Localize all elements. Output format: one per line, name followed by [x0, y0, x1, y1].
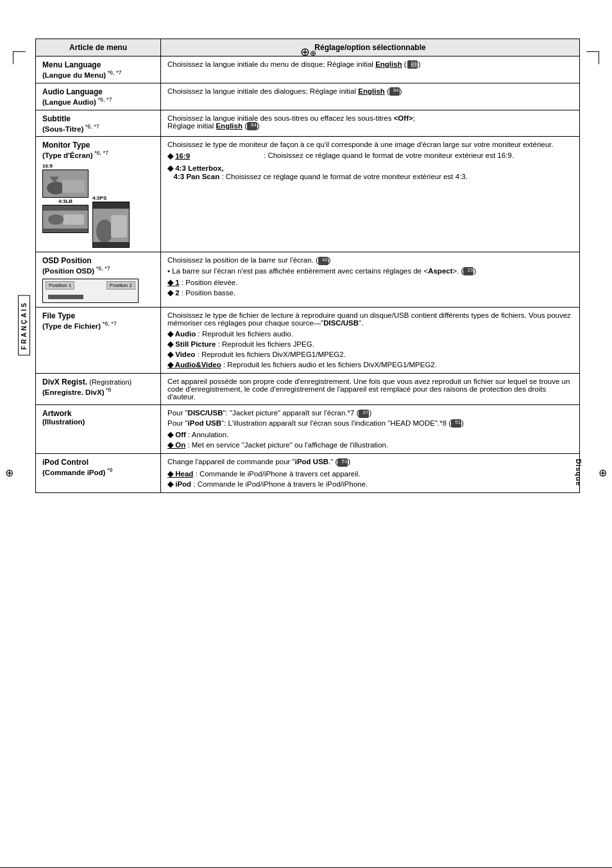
page-ref-icon: 64 [247, 122, 257, 130]
table-row: Menu Language (Langue du Menu) *6, *7 Ch… [36, 56, 580, 83]
option-key-head: ◆ Head [167, 470, 193, 478]
menu-item-cell: Monitor Type (Type d'Écran) *6, *7 16:9 [36, 137, 161, 252]
footnote: *6, *7 [83, 123, 99, 130]
footnote: *9 [105, 467, 112, 473]
svg-rect-7 [64, 214, 84, 225]
option-list: ◆ Off : Annulation. ◆ On : Met en servic… [167, 430, 573, 449]
reg-mark-top: ⊕ [300, 45, 312, 56]
menu-item-cell: Subtitle (Sous-Titre) *6, *7 [36, 110, 161, 137]
option-row: ◆ Head : Commande le iPod/iPhone à trave… [167, 469, 573, 478]
option-key-on: ◆ On [167, 441, 185, 449]
option-val: : Choisissez ce réglage quand le format … [264, 152, 573, 161]
page-ref-icon: 42 [318, 257, 328, 265]
francais-sidebar: FRANÇAIS [18, 295, 30, 356]
page-ref-icon: 37 [359, 410, 369, 418]
col-header-menu: Article de menu [36, 39, 161, 56]
monitor-16-9-img [42, 169, 89, 198]
option-val: : Annulation. [188, 431, 228, 438]
source-ref2: iPod USB [188, 419, 221, 427]
corner-mark-tr [586, 51, 599, 64]
svg-rect-12 [93, 242, 130, 248]
option-intro: Choisissez le type de fichier de lecture… [167, 311, 573, 327]
option-key: ◆ Audio&Video [167, 361, 221, 369]
option-row: ◆ 1 : Position élevée. [167, 278, 573, 287]
table-row: Audio Language (Langue Audio) *6, *7 Cho… [36, 83, 580, 110]
menu-subtitle: (Commande iPod) [42, 469, 105, 476]
option-key: ◆ 4:3 Letterbox, 4:3 Pan Scan [167, 164, 224, 180]
menu-subtitle: (Langue du Menu) [42, 71, 106, 79]
option-row: ◆ Audio&Video : Reproduit les fichiers a… [167, 360, 573, 369]
menu-title: iPod Control [42, 458, 89, 467]
option-val: : Position basse. [182, 289, 235, 297]
footnote: *6, *7 [101, 320, 117, 327]
option-row: ◆ iPod : Commande le iPod/iPhone à trave… [167, 480, 573, 489]
menu-title: Subtitle [42, 114, 71, 123]
footnote: *6 [105, 386, 112, 393]
option-intro2: Pour "iPod USB": L'illustration apparaît… [167, 419, 573, 428]
option-list: ◆ Audio : Reproduit les fichiers audio. … [167, 329, 573, 369]
monitor-43ps-box: 4:3PS [92, 163, 130, 248]
menu-subtitle: (Illustration) [42, 418, 85, 426]
option-intro: Pour "DISC/USB": "Jacket picture" appara… [167, 409, 573, 417]
option-val: : Commande le iPod/iPhone à travers le i… [193, 480, 368, 488]
monitor-43lb-img [42, 205, 89, 233]
svg-point-6 [48, 214, 64, 225]
pos2-label: Position 2 [106, 281, 135, 290]
osd-bar [48, 295, 83, 299]
menu-item-cell: File Type (Type de Fichier) *6, *7 [36, 308, 161, 374]
option-val: : Position élevée. [182, 279, 238, 286]
source-ref: iPod USB [295, 458, 328, 465]
table-row: OSD Position (Position OSD) *6, *7 Posit… [36, 252, 580, 308]
aspect-ref: Aspect [428, 267, 452, 275]
monitor-43lb-label: 4:3LB [42, 198, 89, 204]
menu-subtitle: (Type de Fichier) [42, 322, 101, 330]
option-cell: Choisissez la langue initiale du menu de… [161, 56, 580, 83]
monitor-16-9-svg [43, 170, 89, 198]
disque-label: Disque [575, 459, 583, 487]
menu-title: Monitor Type [42, 141, 90, 150]
option-val: : Reproduit les fichiers JPEG. [218, 340, 314, 348]
option-key: ◆ Still Picture [167, 340, 216, 348]
menu-subtitle: (Position OSD) [42, 267, 94, 275]
monitor-type-images: 16:9 4:3LB [42, 163, 154, 248]
page-ref-icon: 51 [451, 419, 461, 428]
option-cell: Choisissez la langue initiale des sous-t… [161, 110, 580, 137]
option-cell: Choisissez le type de moniteur de façon … [161, 137, 580, 252]
table-row: Monitor Type (Type d'Écran) *6, *7 16:9 [36, 137, 580, 252]
option-cell: Pour "DISC/USB": "Jacket picture" appara… [161, 405, 580, 454]
option-key: ◆ Video [167, 351, 195, 358]
default-value: English [216, 122, 242, 130]
default-value: English [375, 60, 402, 68]
option-intro: Choisissez la position de la barre sur l… [167, 256, 573, 265]
option-row: ◆ Off : Annulation. [167, 430, 573, 439]
menu-title: Artwork [42, 409, 71, 418]
menu-item-cell: Audio Language (Langue Audio) *6, *7 [36, 83, 161, 110]
page-ref-icon: 64 [389, 87, 400, 96]
monitor-43lb-svg [43, 205, 89, 233]
option-row: ◆ 2 : Position basse. [167, 288, 573, 297]
option-cell: Choisissez la position de la barre sur l… [161, 252, 580, 308]
option-cell: Cet appareil possède son propre code d'e… [161, 374, 580, 405]
option-list: ◆ Head : Commande le iPod/iPhone à trave… [167, 469, 573, 489]
option-list: ◆ 1 : Position élevée. ◆ 2 : Position ba… [167, 278, 573, 297]
option-intro: Change l'appareil de commande pour "iPod… [167, 458, 573, 466]
table-row: Subtitle (Sous-Titre) *6, *7 Choisissez … [36, 110, 580, 137]
table-row: DivX Regist. (Registration) (Enregistre.… [36, 374, 580, 405]
menu-subtitle: (Type d'Écran) [42, 152, 93, 159]
svg-rect-11 [93, 202, 130, 209]
reg-mark-right: ⊕ [599, 467, 607, 479]
monitor-43ps-label: 4:3PS [92, 195, 130, 201]
menu-title: Audio Language [42, 87, 103, 96]
main-table: Article de menu Réglage/option sélection… [35, 39, 580, 493]
svg-rect-10 [111, 215, 127, 238]
menu-item-cell: Menu Language (Langue du Menu) *6, *7 [36, 56, 161, 83]
monitor-16-9-label: 16:9 [42, 163, 89, 169]
footnote: *6, *7 [96, 96, 112, 103]
option-cell: Choisissez la langue initiale des dialog… [161, 83, 580, 110]
footnote: *6, *7 [93, 150, 109, 156]
menu-title: File Type [42, 311, 75, 320]
footnote: *6, *7 [106, 69, 122, 76]
bullet-note: • La barre sur l'écran n'est pas affiché… [167, 267, 573, 275]
option-content: Cet appareil possède son propre code d'e… [167, 378, 573, 401]
menu-subtitle: (Langue Audio) [42, 98, 96, 106]
